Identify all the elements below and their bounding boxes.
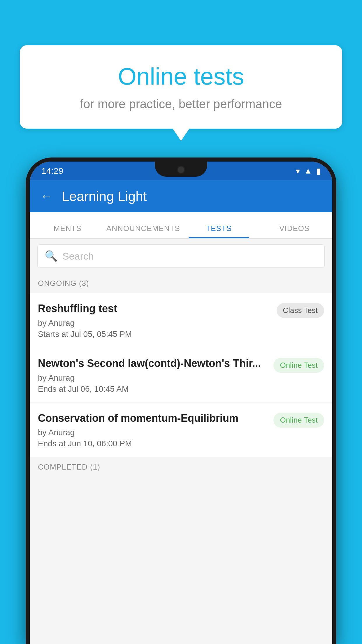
ongoing-section-header: ONGOING (3) (30, 274, 332, 293)
test-badge-1: Class Test (277, 303, 324, 318)
tab-tests[interactable]: TESTS (181, 224, 257, 238)
phone-camera (177, 166, 185, 174)
phone-notch (155, 162, 207, 177)
signal-icon: ▲ (304, 166, 312, 176)
search-box[interactable]: 🔍 Search (37, 244, 325, 268)
battery-icon: ▮ (316, 166, 321, 176)
test-date-3: Ends at Jun 10, 06:00 PM (38, 439, 268, 448)
search-container: 🔍 Search (30, 239, 332, 274)
app-bar: ← Learning Light (30, 180, 332, 212)
test-author-2: by Anurag (38, 373, 268, 383)
tab-announcements[interactable]: ANNOUNCEMENTS (106, 224, 181, 238)
test-date-2: Ends at Jul 06, 10:45 AM (38, 384, 268, 394)
test-title-1: Reshuffling test (38, 302, 271, 316)
test-item-1-content: Reshuffling test by Anurag Starts at Jul… (38, 302, 271, 339)
wifi-icon: ▾ (296, 166, 300, 176)
test-author-1: by Anurag (38, 318, 271, 328)
status-time: 14:29 (41, 166, 63, 176)
tab-ments[interactable]: MENTS (30, 224, 106, 238)
speech-bubble-container: Online tests for more practice, better p… (20, 45, 342, 129)
test-author-3: by Anurag (38, 428, 268, 437)
test-item-3[interactable]: Conservation of momentum-Equilibrium by … (30, 403, 332, 458)
test-title-3: Conservation of momentum-Equilibrium (38, 412, 268, 425)
back-button[interactable]: ← (40, 189, 53, 204)
test-badge-3: Online Test (273, 413, 324, 428)
ongoing-label: ONGOING (3) (38, 279, 89, 288)
speech-bubble: Online tests for more practice, better p… (20, 45, 342, 129)
search-placeholder: Search (62, 251, 94, 262)
phone-container: 14:29 ▾ ▲ ▮ ← Learning Light MENTS (26, 158, 336, 644)
phone-screen: 14:29 ▾ ▲ ▮ ← Learning Light MENTS (30, 162, 332, 644)
test-item-2[interactable]: Newton's Second law(contd)-Newton's Thir… (30, 348, 332, 403)
completed-section-header: COMPLETED (1) (30, 457, 332, 477)
tab-videos[interactable]: VIDEOS (257, 224, 333, 238)
test-item-1[interactable]: Reshuffling test by Anurag Starts at Jul… (30, 293, 332, 348)
test-badge-2: Online Test (273, 358, 324, 373)
test-date-1: Starts at Jul 05, 05:45 PM (38, 330, 271, 339)
app-title: Learning Light (62, 188, 147, 204)
speech-bubble-subtitle: for more practice, better performance (43, 97, 319, 111)
completed-label: COMPLETED (1) (38, 463, 100, 471)
screen-content: 🔍 Search ONGOING (3) Reshuffling test by… (30, 239, 332, 644)
phone-frame: 14:29 ▾ ▲ ▮ ← Learning Light MENTS (26, 158, 336, 644)
tabs-bar: MENTS ANNOUNCEMENTS TESTS VIDEOS (30, 212, 332, 239)
speech-bubble-title: Online tests (43, 63, 319, 90)
search-icon: 🔍 (45, 250, 58, 262)
test-item-3-content: Conservation of momentum-Equilibrium by … (38, 412, 268, 449)
test-item-2-content: Newton's Second law(contd)-Newton's Thir… (38, 357, 268, 394)
test-title-2: Newton's Second law(contd)-Newton's Thir… (38, 357, 268, 370)
status-icons: ▾ ▲ ▮ (296, 166, 321, 176)
